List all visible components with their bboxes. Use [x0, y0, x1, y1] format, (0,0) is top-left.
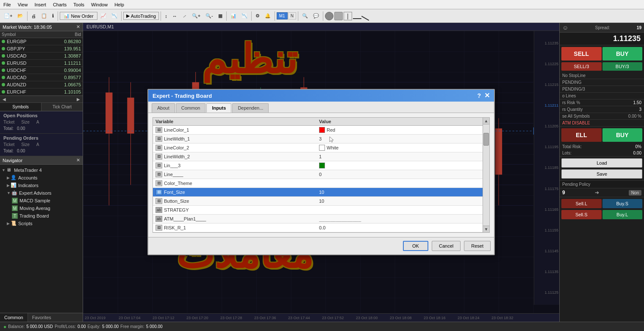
sell-buy-row2: ELL BUY — [560, 127, 644, 143]
tab-symbols[interactable]: Symbols — [0, 103, 42, 111]
cancel-button[interactable]: Cancel — [432, 241, 461, 251]
dialog-tab-inputs[interactable]: Inputs — [206, 103, 231, 113]
grid-row-10[interactable]: ab ATM____Plan1____ _______________ — [153, 215, 483, 223]
ok-button[interactable]: OK — [403, 241, 428, 251]
menu-view[interactable]: View — [14, 1, 31, 8]
nav-item-indicators[interactable]: ▶ 📊 Indicators — [0, 182, 83, 189]
tab-favorites[interactable]: Favorites — [28, 313, 56, 322]
chart-btn1[interactable]: 📈 — [98, 12, 108, 20]
print-btn[interactable]: 🖨 — [29, 12, 38, 20]
menu-help[interactable]: Help — [111, 1, 128, 8]
all-symbols-row[interactable]: se All Symbols 0.00 % — [560, 113, 644, 120]
buy2-button[interactable]: BUY — [602, 128, 643, 142]
menu-tools[interactable]: Tools — [70, 1, 88, 8]
tool8[interactable]: 📉 — [239, 12, 250, 20]
dialog-tab-dependen[interactable]: Dependen... — [232, 103, 269, 113]
mw-row-4[interactable]: USDCHF 0.99004 — [0, 67, 83, 74]
tool5[interactable]: 🔍- — [203, 12, 215, 20]
tool7[interactable]: 📊 — [228, 12, 239, 20]
tool3[interactable]: ⟋ — [180, 12, 189, 20]
new-btn[interactable]: 📄+ — [2, 12, 14, 20]
info-btn[interactable]: ℹ — [50, 12, 56, 20]
buy-l-button[interactable]: Buy.L — [602, 210, 643, 219]
tf-m1[interactable]: M1 — [277, 12, 288, 19]
scroll-left-icon[interactable]: ◀ — [0, 96, 8, 102]
atm-disable-row[interactable]: ATM DISABLE — [560, 120, 644, 127]
pending-row[interactable]: PENDING — [560, 79, 644, 86]
lines-row[interactable]: o Lines — [560, 93, 644, 99]
print2-btn[interactable]: 📋 — [39, 12, 49, 20]
tool6[interactable]: ▦ — [216, 12, 225, 20]
autotrading-btn[interactable]: ▶ AutoTrading — [123, 12, 159, 20]
new-order-btn[interactable]: 📊 New Order — [60, 12, 97, 20]
navigator-close[interactable]: ✕ — [76, 157, 80, 163]
reset-button[interactable]: Reset — [464, 241, 491, 251]
grid-row-7[interactable]: 🖼 Font_Size 10 — [153, 188, 483, 197]
mw-row-1[interactable]: GBPJPY 139.951 — [0, 45, 83, 52]
grid-row-11[interactable]: 🖼 RISK_R_1 0.0 — [153, 223, 483, 232]
dialog-tab-about[interactable]: About — [152, 103, 175, 113]
buy3-button[interactable]: BUY/3 — [602, 62, 643, 71]
grid-row-4[interactable]: 🖼 Lin___3 — [153, 161, 483, 170]
market-watch-close[interactable]: ✕ — [76, 24, 80, 30]
nav-item-scripts[interactable]: ▶ 📜 Scripts — [0, 220, 83, 227]
tool10[interactable]: 🔔 — [263, 12, 273, 20]
dialog-tab-common[interactable]: Common — [176, 103, 206, 113]
sell-l-button[interactable]: Sell.L — [561, 199, 602, 208]
mw-row-5[interactable]: AUDCAD 0.89577 — [0, 74, 83, 81]
buy-s-button[interactable]: Buy.S — [602, 199, 643, 208]
scroll-right-icon[interactable]: ▶ — [74, 96, 83, 102]
mw-row-7[interactable]: EURCHF 1.10105 — [0, 88, 83, 96]
chat-btn[interactable]: 💬 — [311, 12, 321, 20]
grid-row-6[interactable]: 🖼 Color_Theme — [153, 179, 483, 188]
grid-row-2[interactable]: 🖼 LineColor_2 White — [153, 143, 483, 152]
menu-window[interactable]: Window — [88, 1, 111, 8]
nav-item-experts[interactable]: ▼ 🤖 Expert Advisors — [0, 189, 83, 197]
nav-label-macd: MACD Sample — [19, 198, 50, 203]
scrollbar-up-arrow[interactable]: ▲ — [483, 118, 489, 124]
mw-row-6[interactable]: AUDNZD 1.06675 — [0, 81, 83, 88]
tab-common[interactable]: Common — [0, 313, 28, 322]
save-button[interactable]: Save — [561, 169, 642, 179]
menu-insert[interactable]: Insert — [31, 1, 50, 8]
buy-button[interactable]: BUY — [602, 47, 643, 61]
grid-scrollbar[interactable]: ▲ ▼ — [483, 118, 489, 232]
tool2[interactable]: ↔ — [170, 12, 179, 20]
load-button[interactable]: Load — [561, 158, 642, 168]
dialog-close-btn[interactable]: ✕ — [484, 92, 490, 99]
nav-item-mt4[interactable]: ▼ 🖥 MetaTrader 4 — [0, 166, 83, 174]
tf-n[interactable]: N — [288, 12, 296, 19]
grid-row-5[interactable]: 🖼 Line____ 0 — [153, 170, 483, 179]
tool4[interactable]: 🔍+ — [190, 12, 203, 20]
mw-row-3[interactable]: EURUSD 1.11211 — [0, 60, 83, 67]
grid-row-1[interactable]: 🖼 LineWidth_1 3 — [153, 135, 483, 143]
trade-tab-vertical[interactable]: Trade — [559, 108, 560, 137]
tab-tick-chart[interactable]: Tick Chart — [42, 103, 83, 111]
nav-item-moving[interactable]: M Moving Averag — [0, 204, 83, 212]
sell-button[interactable]: SELL — [561, 47, 602, 61]
open-btn[interactable]: 📂 — [15, 12, 25, 20]
grid-row-3[interactable]: 🖼 LineWidth_2 1 — [153, 152, 483, 161]
grid-row-0[interactable]: 🖼 LineColor_1 Red — [153, 126, 483, 135]
chart-btn2[interactable]: 📉 — [109, 12, 119, 20]
nav-item-tradingboard[interactable]: T Trading Board — [0, 212, 83, 220]
grid-row-8[interactable]: 🖼 Button_Size 10 — [153, 197, 483, 206]
ell-button[interactable]: ELL — [561, 128, 602, 142]
nav-item-accounts[interactable]: ▶ 👤 Accounts — [0, 174, 83, 182]
mw-row-2[interactable]: USDCAD 1.30887 — [0, 52, 83, 60]
sell-s-button[interactable]: Sell.S — [561, 210, 602, 219]
menu-file[interactable]: File — [0, 1, 14, 8]
dialog-help-btn[interactable]: ? — [477, 92, 481, 99]
pending3-row[interactable]: PENDING/3 — [560, 86, 644, 93]
sell3-button[interactable]: SELL/3 — [561, 62, 602, 71]
scrollbar-thumb[interactable] — [483, 133, 489, 146]
tool1[interactable]: ↕ — [163, 12, 169, 20]
mw-row-0[interactable]: EURGBP 0.86280 — [0, 38, 83, 45]
search-btn[interactable]: 🔍 — [300, 12, 310, 20]
grid-row-9[interactable]: ab STRATEGY — [153, 206, 483, 215]
tool9[interactable]: ⚙ — [253, 12, 262, 20]
menu-charts[interactable]: Charts — [50, 1, 70, 8]
nav-item-macd[interactable]: M MACD Sample — [0, 197, 83, 204]
scrollbar-down-arrow[interactable]: ▼ — [483, 226, 489, 232]
chart-canvas[interactable]: 1.11211 1.11235 1.11225 1.11215 1.11211 … — [83, 31, 559, 313]
